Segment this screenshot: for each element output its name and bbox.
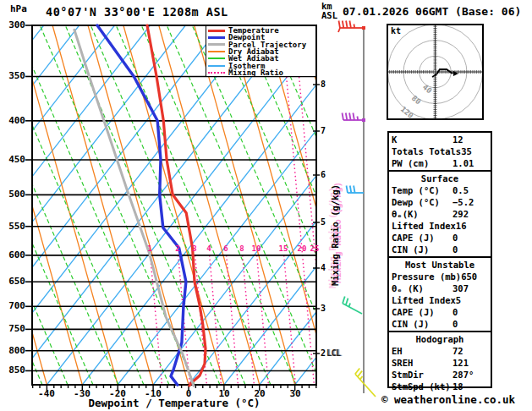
- lcl-marker-label: LCL: [326, 348, 341, 358]
- wet-adiabat-line: [217, 25, 372, 385]
- panel-section: Most UnstablePressure (mb)650θₑ (K)307Li…: [389, 256, 491, 331]
- panel-value: 292: [452, 208, 488, 220]
- panel-row: Pressure (mb)650: [389, 271, 491, 282]
- panel-row: Lifted Index16: [389, 220, 491, 232]
- chart-legend: TemperatureDewpointParcel TrajectoryDry …: [206, 25, 316, 77]
- mixing-ratio-tick-label: 2: [170, 244, 185, 253]
- panel-label: Lifted Index: [392, 220, 456, 232]
- panel-label: Temp (°C): [392, 184, 440, 196]
- pressure-tick-label: 500: [0, 189, 25, 200]
- altitude-axis-unit: km ASL: [321, 2, 337, 20]
- pressure-tick-label: 550: [0, 221, 25, 232]
- pressure-tick-label: 600: [0, 249, 25, 260]
- panel-row: Lifted Index5: [389, 294, 491, 306]
- legend-swatch-solid: [208, 51, 225, 52]
- panel-row: CIN (J)0: [389, 244, 491, 255]
- panel-label: Pressure (mb): [392, 271, 461, 282]
- mixing-ratio-tick-label: 1: [142, 244, 157, 253]
- wind-barb: [355, 368, 376, 397]
- hodograph: 4080120 kt: [387, 24, 484, 120]
- panel-section-title: Hodograph: [389, 333, 491, 345]
- hodograph-ring-label: 80: [410, 94, 423, 107]
- wet-adiabat-line: [14, 25, 169, 385]
- legend-swatch-dotted: [208, 72, 225, 74]
- isotherm-line: [0, 25, 256, 385]
- km-tick-label: 6: [321, 170, 326, 179]
- mixing-ratio-tick-label: 3: [187, 244, 202, 253]
- legend-swatch-solid: [208, 30, 225, 32]
- panel-value: 121: [452, 357, 488, 369]
- mixing-ratio-line: [243, 255, 255, 385]
- run-datetime: 07.01.2026 06GMT (Base: 06): [343, 5, 521, 18]
- pressure-tick-label: 750: [0, 323, 25, 334]
- km-tick-label: 3: [321, 304, 326, 313]
- mixing-ratio-tick-label: 8: [234, 244, 250, 253]
- km-tick-label: 4: [321, 263, 326, 272]
- panel-value: 307: [452, 282, 488, 294]
- panel-value: −5.2: [452, 196, 488, 208]
- km-tick-label: 2: [321, 348, 326, 358]
- wet-adiabat-line: [116, 25, 271, 385]
- panel-label: θₑ(K): [392, 208, 419, 220]
- panel-label: SREH: [392, 357, 413, 369]
- wind-barb: [343, 297, 362, 314]
- panel-label: CIN (J): [392, 318, 429, 330]
- panel-row: θₑ (K)307: [389, 282, 491, 294]
- hodograph-ring-label: 40: [421, 83, 434, 96]
- panel-row: PW (cm)1.01: [389, 157, 491, 169]
- panel-row: CAPE (J)0: [389, 232, 491, 244]
- temp-tick-label: 30: [281, 388, 310, 399]
- panel-label: CAPE (J): [392, 306, 435, 318]
- hodograph-unit-label: kt: [391, 26, 401, 36]
- indices-panel: K12Totals Totals35PW (cm)1.01SurfaceTemp…: [387, 131, 492, 388]
- mixing-ratio-tick-label: 25: [307, 244, 322, 253]
- panel-label: CAPE (J): [392, 232, 435, 244]
- panel-row: StmDir287°: [389, 369, 491, 381]
- panel-value: 72: [452, 345, 488, 357]
- page-title: 40°07'N 33°00'E 1208m ASL: [46, 5, 228, 19]
- panel-section-title: Most Unstable: [389, 259, 491, 271]
- panel-value: 35: [461, 145, 496, 157]
- pressure-tick-label: 800: [0, 345, 25, 356]
- mixing-ratio-tick-label: 4: [201, 244, 217, 253]
- panel-row: K12: [389, 134, 491, 145]
- temp-tick-label: 10: [210, 388, 239, 399]
- panel-value: 0: [452, 232, 488, 244]
- temp-tick-label: -40: [32, 388, 61, 399]
- panel-value: 1.01: [452, 157, 488, 169]
- panel-value: 650: [461, 271, 496, 282]
- legend-swatch-solid: [208, 36, 225, 39]
- copyright-credit: © weatheronline.co.uk: [381, 393, 515, 406]
- panel-row: SREH121: [389, 357, 491, 369]
- panel-label: StmDir: [392, 369, 424, 381]
- legend-swatch-solid: [208, 65, 225, 67]
- isotherm-line: [0, 25, 221, 385]
- panel-section: HodographEH72SREH121StmDir287°StmSpd (kt…: [389, 331, 491, 393]
- temp-tick-label: -10: [139, 388, 167, 399]
- pressure-tick-label: 350: [0, 70, 25, 81]
- panel-section-title: Surface: [389, 173, 491, 184]
- legend-swatch-solid: [208, 43, 225, 46]
- panel-label: Totals Totals: [392, 145, 461, 157]
- pressure-tick-label: 650: [0, 276, 25, 287]
- mixing-ratio-axis-label: Mixing Ratio (g/kg): [330, 184, 340, 286]
- legend-swatch-solid: [208, 58, 225, 59]
- pressure-tick-label: 700: [0, 300, 25, 311]
- panel-label: θₑ (K): [392, 282, 424, 294]
- pressure-tick-label: 400: [0, 115, 25, 126]
- mixing-ratio-line: [227, 255, 239, 385]
- panel-value: 287°: [452, 369, 488, 381]
- wind-barb: [338, 21, 365, 33]
- pressure-tick-label: 450: [0, 154, 25, 165]
- wind-barb: [343, 113, 366, 123]
- panel-label: Dewp (°C): [392, 196, 440, 208]
- panel-value: 5: [456, 294, 491, 306]
- panel-value: 16: [456, 220, 491, 232]
- legend-item: Mixing Ratio: [208, 69, 314, 76]
- temp-tick-label: -20: [103, 388, 132, 399]
- sounding-page: hPa 40°07'N 33°00'E 1208m ASL km ASL 07.…: [0, 0, 532, 411]
- panel-value: 0: [452, 306, 488, 318]
- panel-label: EH: [392, 345, 403, 357]
- panel-value: 0: [452, 318, 488, 330]
- km-tick-label: 8: [321, 79, 326, 89]
